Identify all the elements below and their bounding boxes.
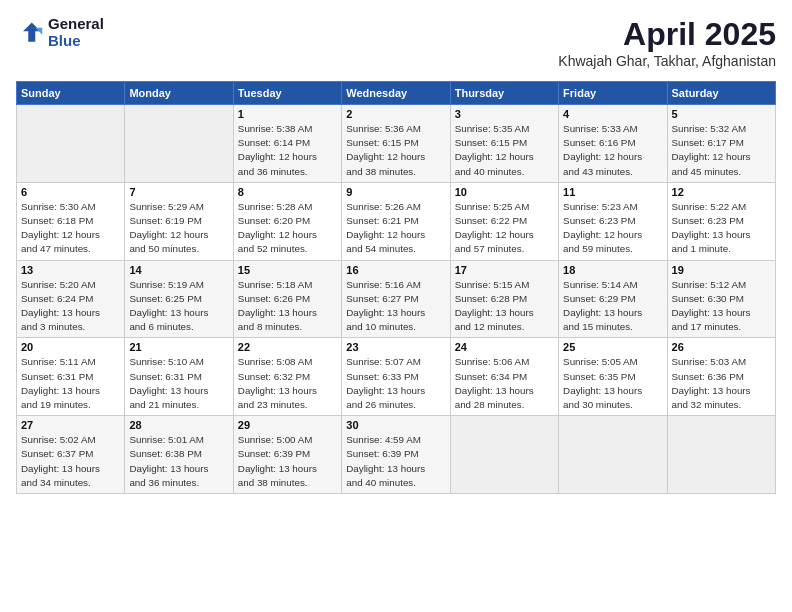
day-number: 1: [238, 108, 337, 120]
calendar-cell: 22Sunrise: 5:08 AMSunset: 6:32 PMDayligh…: [233, 338, 341, 416]
day-detail: Sunrise: 5:33 AMSunset: 6:16 PMDaylight:…: [563, 122, 662, 179]
calendar-cell: [667, 416, 775, 494]
day-detail: Sunrise: 5:38 AMSunset: 6:14 PMDaylight:…: [238, 122, 337, 179]
calendar-cell: 18Sunrise: 5:14 AMSunset: 6:29 PMDayligh…: [559, 260, 667, 338]
calendar-cell: 12Sunrise: 5:22 AMSunset: 6:23 PMDayligh…: [667, 182, 775, 260]
logo-text: General Blue: [48, 16, 104, 49]
calendar-cell: [125, 105, 233, 183]
calendar-cell: 19Sunrise: 5:12 AMSunset: 6:30 PMDayligh…: [667, 260, 775, 338]
day-number: 13: [21, 264, 120, 276]
calendar-cell: 2Sunrise: 5:36 AMSunset: 6:15 PMDaylight…: [342, 105, 450, 183]
calendar-cell: 21Sunrise: 5:10 AMSunset: 6:31 PMDayligh…: [125, 338, 233, 416]
day-number: 12: [672, 186, 771, 198]
day-number: 29: [238, 419, 337, 431]
day-detail: Sunrise: 5:12 AMSunset: 6:30 PMDaylight:…: [672, 278, 771, 335]
calendar-cell: 26Sunrise: 5:03 AMSunset: 6:36 PMDayligh…: [667, 338, 775, 416]
day-detail: Sunrise: 5:07 AMSunset: 6:33 PMDaylight:…: [346, 355, 445, 412]
day-detail: Sunrise: 5:15 AMSunset: 6:28 PMDaylight:…: [455, 278, 554, 335]
day-number: 11: [563, 186, 662, 198]
month-title: April 2025: [558, 16, 776, 53]
day-number: 3: [455, 108, 554, 120]
calendar-cell: 13Sunrise: 5:20 AMSunset: 6:24 PMDayligh…: [17, 260, 125, 338]
calendar-cell: 11Sunrise: 5:23 AMSunset: 6:23 PMDayligh…: [559, 182, 667, 260]
day-detail: Sunrise: 5:16 AMSunset: 6:27 PMDaylight:…: [346, 278, 445, 335]
day-detail: Sunrise: 5:08 AMSunset: 6:32 PMDaylight:…: [238, 355, 337, 412]
day-number: 10: [455, 186, 554, 198]
day-detail: Sunrise: 4:59 AMSunset: 6:39 PMDaylight:…: [346, 433, 445, 490]
calendar-cell: 4Sunrise: 5:33 AMSunset: 6:16 PMDaylight…: [559, 105, 667, 183]
calendar-cell: 29Sunrise: 5:00 AMSunset: 6:39 PMDayligh…: [233, 416, 341, 494]
calendar-cell: 20Sunrise: 5:11 AMSunset: 6:31 PMDayligh…: [17, 338, 125, 416]
calendar-cell: 10Sunrise: 5:25 AMSunset: 6:22 PMDayligh…: [450, 182, 558, 260]
day-number: 20: [21, 341, 120, 353]
calendar-cell: 16Sunrise: 5:16 AMSunset: 6:27 PMDayligh…: [342, 260, 450, 338]
weekday-header-row: SundayMondayTuesdayWednesdayThursdayFrid…: [17, 82, 776, 105]
day-number: 23: [346, 341, 445, 353]
day-detail: Sunrise: 5:30 AMSunset: 6:18 PMDaylight:…: [21, 200, 120, 257]
day-detail: Sunrise: 5:28 AMSunset: 6:20 PMDaylight:…: [238, 200, 337, 257]
day-detail: Sunrise: 5:10 AMSunset: 6:31 PMDaylight:…: [129, 355, 228, 412]
calendar-cell: 7Sunrise: 5:29 AMSunset: 6:19 PMDaylight…: [125, 182, 233, 260]
weekday-header-wednesday: Wednesday: [342, 82, 450, 105]
day-detail: Sunrise: 5:00 AMSunset: 6:39 PMDaylight:…: [238, 433, 337, 490]
week-row-5: 27Sunrise: 5:02 AMSunset: 6:37 PMDayligh…: [17, 416, 776, 494]
day-number: 19: [672, 264, 771, 276]
calendar-cell: 14Sunrise: 5:19 AMSunset: 6:25 PMDayligh…: [125, 260, 233, 338]
day-detail: Sunrise: 5:25 AMSunset: 6:22 PMDaylight:…: [455, 200, 554, 257]
day-detail: Sunrise: 5:36 AMSunset: 6:15 PMDaylight:…: [346, 122, 445, 179]
weekday-header-friday: Friday: [559, 82, 667, 105]
calendar-cell: 3Sunrise: 5:35 AMSunset: 6:15 PMDaylight…: [450, 105, 558, 183]
day-number: 7: [129, 186, 228, 198]
logo: General Blue: [16, 16, 104, 49]
day-detail: Sunrise: 5:05 AMSunset: 6:35 PMDaylight:…: [563, 355, 662, 412]
day-number: 17: [455, 264, 554, 276]
day-number: 2: [346, 108, 445, 120]
calendar-cell: [17, 105, 125, 183]
day-number: 4: [563, 108, 662, 120]
day-detail: Sunrise: 5:29 AMSunset: 6:19 PMDaylight:…: [129, 200, 228, 257]
logo-general-text: General: [48, 16, 104, 33]
day-number: 6: [21, 186, 120, 198]
day-number: 27: [21, 419, 120, 431]
calendar-cell: 25Sunrise: 5:05 AMSunset: 6:35 PMDayligh…: [559, 338, 667, 416]
calendar-cell: 1Sunrise: 5:38 AMSunset: 6:14 PMDaylight…: [233, 105, 341, 183]
location-title: Khwajah Ghar, Takhar, Afghanistan: [558, 53, 776, 69]
weekday-header-saturday: Saturday: [667, 82, 775, 105]
day-number: 18: [563, 264, 662, 276]
day-number: 14: [129, 264, 228, 276]
day-detail: Sunrise: 5:26 AMSunset: 6:21 PMDaylight:…: [346, 200, 445, 257]
logo-blue-text: Blue: [48, 33, 104, 50]
calendar-cell: 6Sunrise: 5:30 AMSunset: 6:18 PMDaylight…: [17, 182, 125, 260]
calendar-cell: 8Sunrise: 5:28 AMSunset: 6:20 PMDaylight…: [233, 182, 341, 260]
calendar-cell: 24Sunrise: 5:06 AMSunset: 6:34 PMDayligh…: [450, 338, 558, 416]
day-number: 9: [346, 186, 445, 198]
day-number: 5: [672, 108, 771, 120]
calendar-cell: 15Sunrise: 5:18 AMSunset: 6:26 PMDayligh…: [233, 260, 341, 338]
calendar-cell: 28Sunrise: 5:01 AMSunset: 6:38 PMDayligh…: [125, 416, 233, 494]
day-number: 28: [129, 419, 228, 431]
day-number: 30: [346, 419, 445, 431]
day-detail: Sunrise: 5:23 AMSunset: 6:23 PMDaylight:…: [563, 200, 662, 257]
weekday-header-sunday: Sunday: [17, 82, 125, 105]
week-row-4: 20Sunrise: 5:11 AMSunset: 6:31 PMDayligh…: [17, 338, 776, 416]
day-detail: Sunrise: 5:20 AMSunset: 6:24 PMDaylight:…: [21, 278, 120, 335]
calendar-cell: [450, 416, 558, 494]
logo-icon: [16, 19, 44, 47]
day-detail: Sunrise: 5:03 AMSunset: 6:36 PMDaylight:…: [672, 355, 771, 412]
calendar-cell: 27Sunrise: 5:02 AMSunset: 6:37 PMDayligh…: [17, 416, 125, 494]
week-row-1: 1Sunrise: 5:38 AMSunset: 6:14 PMDaylight…: [17, 105, 776, 183]
day-number: 8: [238, 186, 337, 198]
day-number: 24: [455, 341, 554, 353]
day-number: 21: [129, 341, 228, 353]
weekday-header-thursday: Thursday: [450, 82, 558, 105]
weekday-header-tuesday: Tuesday: [233, 82, 341, 105]
day-detail: Sunrise: 5:01 AMSunset: 6:38 PMDaylight:…: [129, 433, 228, 490]
day-detail: Sunrise: 5:32 AMSunset: 6:17 PMDaylight:…: [672, 122, 771, 179]
calendar-cell: 17Sunrise: 5:15 AMSunset: 6:28 PMDayligh…: [450, 260, 558, 338]
calendar-cell: 23Sunrise: 5:07 AMSunset: 6:33 PMDayligh…: [342, 338, 450, 416]
calendar-cell: 30Sunrise: 4:59 AMSunset: 6:39 PMDayligh…: [342, 416, 450, 494]
title-block: April 2025 Khwajah Ghar, Takhar, Afghani…: [558, 16, 776, 69]
calendar-cell: [559, 416, 667, 494]
weekday-header-monday: Monday: [125, 82, 233, 105]
day-number: 16: [346, 264, 445, 276]
